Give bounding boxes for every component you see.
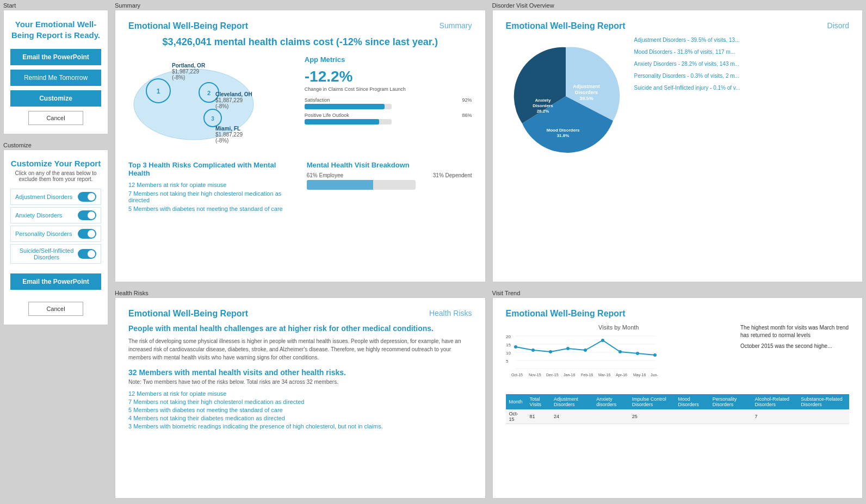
svg-text:5: 5 <box>506 359 509 364</box>
row-adjustment: 24 <box>550 409 593 424</box>
visit-breakdown-section: Mental Health Visit Breakdown 61% Employ… <box>307 161 472 214</box>
health-risk-stat: 32 Members with mental health visits and… <box>128 368 472 377</box>
visit-trend-report-header: Emotional Well-Being Report <box>506 309 850 319</box>
visit-bar-labels: 61% Employee 31% Dependent <box>307 172 472 178</box>
svg-text:15: 15 <box>506 343 511 347</box>
pie-chart-container: Adjustment Disorders 39.5% Mood Disorder… <box>506 36 626 158</box>
table-row: Oct-15 81 24 25 7 <box>506 409 850 424</box>
toggle-row-adjustment[interactable]: Adjustment Disorders <box>10 189 101 205</box>
dependent-pct-label: 31% Dependent <box>433 172 472 178</box>
toggle-anxiety[interactable] <box>78 210 96 220</box>
disorder-report-card: Emotional Well-Being Report Disord <box>492 10 863 282</box>
satisfaction-bar-bg <box>305 104 392 109</box>
toggle-adjustment[interactable] <box>78 192 96 202</box>
email-powerpoint-button-customize[interactable]: Email the PowerPoint <box>10 273 101 290</box>
visit-breakdown-title: Mental Health Visit Breakdown <box>307 161 472 169</box>
legend-item-5: Suicide and Self-Inflicted injury - 0.1%… <box>634 84 850 92</box>
svg-point-31 <box>636 352 639 355</box>
visit-trend-section-label: Visit Trend <box>489 288 867 297</box>
remind-tomorrow-button[interactable]: Remind Me Tomorrow <box>10 70 101 86</box>
toggle-row-personality[interactable]: Personality Disorders <box>10 226 101 242</box>
legend-item-2: Mood Disorders - 31.8% of visits, 117 m.… <box>634 48 850 56</box>
svg-text:Apr-16: Apr-16 <box>616 373 627 377</box>
visit-bar-bg <box>307 180 416 190</box>
pie-legend: Adjustment Disorders - 39.5% of visits, … <box>634 36 850 96</box>
risk-item-2: 7 Members not taking their high choleste… <box>128 190 294 203</box>
table-header-impulse: Impulse Control Disorders <box>629 394 675 409</box>
health-risk-note: Note: Two members have two of the risks … <box>128 379 472 385</box>
disorder-report-title: Emotional Well-Being Report <box>506 21 626 31</box>
health-risks-report-section: Health Risks <box>429 309 472 318</box>
row-mood <box>675 409 709 424</box>
toggle-label-adjustment: Adjustment Disorders <box>15 194 72 200</box>
summary-report-card: Emotional Well-Being Report Summary $3,4… <box>115 10 486 282</box>
legend-item-3: Anxiety Disorders - 28.2% of visits, 143… <box>634 60 850 68</box>
customize-subtitle: Click on any of the areas below to exclu… <box>10 170 101 182</box>
email-powerpoint-button[interactable]: Email the PowerPoint <box>10 49 101 65</box>
svg-point-25 <box>531 349 535 352</box>
svg-point-24 <box>514 345 517 349</box>
svg-text:Oct-15: Oct-15 <box>511 373 523 377</box>
svg-text:3: 3 <box>211 116 214 122</box>
toggle-row-anxiety[interactable]: Anxiety Disorders <box>10 207 101 223</box>
cancel-button-top[interactable]: Cancel <box>28 111 83 125</box>
svg-text:10: 10 <box>506 351 511 356</box>
visit-trend-report-title: Emotional Well-Being Report <box>506 309 626 319</box>
summary-area: Summary Emotional Well-Being Report Summ… <box>112 0 489 288</box>
svg-text:Disorders: Disorders <box>533 103 553 108</box>
risk-item-3: 5 Members with diabetes not meeting the … <box>128 206 294 212</box>
table-header-adjustment: Adjustment Disorders <box>550 394 593 409</box>
svg-point-26 <box>549 350 552 353</box>
svg-text:Anxiety: Anxiety <box>535 98 550 103</box>
summary-report-title: Emotional Well-Being Report <box>128 21 248 31</box>
risk-item-1: 12 Members at risk for opiate misuse <box>128 182 294 188</box>
svg-point-29 <box>601 339 604 342</box>
health-risk-item-5: 3 Members with biometric readings indica… <box>128 423 472 430</box>
life-outlook-bar-bg <box>305 119 392 125</box>
svg-text:Jan-16: Jan-16 <box>564 373 576 377</box>
health-risk-item-3: 5 Members with diabetes not meeting the … <box>128 407 472 413</box>
svg-text:Disorders: Disorders <box>574 90 597 95</box>
svg-text:Mood Disorders: Mood Disorders <box>546 128 579 133</box>
table-header-substance: Substance-Related Disorders <box>797 394 849 409</box>
health-risk-item-2: 7 Members not taking their high choleste… <box>128 399 472 405</box>
start-card-title: Your Emotional Well-Being Report is Read… <box>10 19 101 40</box>
svg-text:39.5%: 39.5% <box>579 96 593 101</box>
customize-button[interactable]: Customize <box>10 90 101 107</box>
toggle-personality[interactable] <box>78 229 96 239</box>
table-header-personality: Personality Disorders <box>709 394 752 409</box>
svg-text:Nov-15: Nov-15 <box>529 373 541 377</box>
chart-title: Visits by Month <box>506 324 732 331</box>
start-label: Start <box>0 0 112 10</box>
toggle-row-suicide[interactable]: Suicide/Self-Inflicted Disorders <box>10 244 101 264</box>
app-metrics-label: Change in Claims Cost Since Program Laun… <box>305 86 472 92</box>
svg-text:Adjustment: Adjustment <box>573 84 600 89</box>
toggle-label-suicide: Suicide/Self-Inflicted Disorders <box>15 247 78 260</box>
life-outlook-label: Positive Life Outlook 86% <box>305 113 472 118</box>
visit-trend-table: Month Total Visits Adjustment Disorders … <box>506 394 850 424</box>
cancel-button-customize[interactable]: Cancel <box>28 302 83 316</box>
satisfaction-metric: Satisfaction 92% <box>305 97 472 109</box>
summary-content: 1 2 3 Portland, OR$1,987,229(-8%) Clevel… <box>128 55 472 144</box>
summary-big-stat: $3,426,041 mental health claims cost (-1… <box>128 36 472 48</box>
row-personality <box>709 409 752 424</box>
summary-report-header: Emotional Well-Being Report Summary <box>128 21 472 31</box>
row-total: 81 <box>527 409 550 424</box>
toggle-suicide[interactable] <box>78 249 96 259</box>
row-impulse: 25 <box>629 409 675 424</box>
row-substance <box>797 409 849 424</box>
app-metrics-section: App Metrics -12.2% Change in Claims Cost… <box>305 55 472 144</box>
svg-point-32 <box>653 353 657 357</box>
top-health-risks-section: Top 3 Health Risks Complicated with Ment… <box>128 161 294 214</box>
visit-trend-content: Visits by Month 20 15 10 5 <box>506 324 850 389</box>
disorder-area: Disorder Visit Overview Emotional Well-B… <box>489 0 867 288</box>
svg-text:Mar-16: Mar-16 <box>598 373 610 377</box>
health-risks-report-title: Emotional Well-Being Report <box>128 309 248 319</box>
map-section: 1 2 3 Portland, OR$1,987,229(-8%) Clevel… <box>128 55 296 144</box>
table-header-month: Month <box>506 394 527 409</box>
table-header-anxiety: Anxiety disorders <box>593 394 629 409</box>
summary-report-section: Summary <box>440 21 472 30</box>
satisfaction-label: Satisfaction 92% <box>305 97 472 103</box>
svg-text:20: 20 <box>506 334 511 339</box>
health-risk-item-1: 12 Members at risk for opiate misuse <box>128 390 472 397</box>
